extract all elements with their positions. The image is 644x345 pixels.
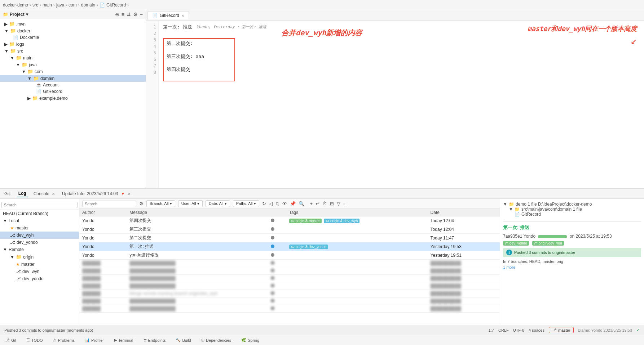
tree-item-main[interactable]: ▼ 📁 main: [0, 54, 146, 61]
branch-indicator[interactable]: ⎇ master: [549, 327, 574, 333]
git-tree-dev-wyh[interactable]: ⎇ dev_wyh: [0, 232, 79, 239]
terminal-button[interactable]: ▶ Terminal: [112, 337, 136, 343]
breadcrumb-item[interactable]: docker-demo: [3, 3, 28, 8]
more-link[interactable]: 1 more: [503, 265, 641, 269]
git-tree-origin-dev-wyh[interactable]: ⎇ dev_wyh: [0, 268, 79, 275]
commit-row[interactable]: Yondo 第四次提交 🏷 origin & master 🏷 origin &…: [79, 216, 500, 225]
indent-indicator[interactable]: 4 spaces: [529, 328, 544, 332]
date-filter-btn[interactable]: Date: All ▾: [206, 200, 230, 207]
bottom-content: HEAD (Current Branch) ▼ Local ★ master ⎇…: [0, 199, 644, 325]
user-filter-btn[interactable]: User: All ▾: [178, 200, 203, 207]
editor-area: 📄 GitRecord ✕ 12345678 第一次: 推送 Yondo, Ye…: [146, 10, 644, 188]
git-search-input[interactable]: [1, 202, 78, 208]
problems-button[interactable]: ⚠ Problems: [51, 337, 77, 343]
tree-item-src[interactable]: ▼ 📁 src: [0, 48, 146, 54]
commit-row[interactable]: Yondo 第三次提交 Today 12:04: [79, 225, 500, 234]
endpoints-button[interactable]: ⊏ Endpoints: [141, 337, 168, 343]
breadcrumb-item[interactable]: com: [69, 3, 77, 8]
tab-git[interactable]: Git:: [3, 191, 13, 197]
editor-tab-gitrecord[interactable]: 📄 GitRecord ✕: [147, 11, 189, 19]
tab-console[interactable]: Console ✕: [32, 191, 56, 197]
minimize-icon[interactable]: −: [140, 12, 143, 17]
tree-item-account[interactable]: ☕ Account: [0, 82, 146, 88]
git-tree-origin-master[interactable]: ★ master: [0, 261, 79, 268]
pin-icon[interactable]: 📌: [290, 201, 296, 206]
folder-icon: 📁: [10, 28, 16, 33]
tree-item-java[interactable]: ▼ 📁 java: [0, 61, 146, 68]
add-icon[interactable]: ⊕: [115, 12, 119, 17]
endpoints-icon: ⊏: [144, 338, 147, 342]
position-indicator[interactable]: 1:7: [489, 328, 494, 332]
commit-search-input[interactable]: [82, 201, 136, 207]
clock-icon[interactable]: ⏱: [322, 201, 327, 206]
breadcrumb-item[interactable]: domain: [81, 3, 95, 8]
project-icon: 📁: [3, 12, 8, 17]
dependencies-button[interactable]: ⊞ Dependencies: [199, 337, 233, 343]
git-tree-local[interactable]: ▼ Local: [0, 217, 79, 224]
tree-item-logs[interactable]: ▶ 📁 logs: [0, 41, 146, 48]
grid-icon[interactable]: ⊞: [330, 201, 334, 206]
refresh-icon[interactable]: ↻: [262, 201, 266, 206]
code-area[interactable]: 第一次: 推送 Yondo, Yesterday · 第一次: 推送 第二次提交…: [159, 21, 644, 188]
todo-button[interactable]: ☰ TODO: [24, 337, 45, 343]
git-tree-master-local[interactable]: ★ master: [0, 224, 79, 232]
git-tree-origin[interactable]: ▼ 📁 origin: [0, 253, 79, 261]
branch-filter-btn[interactable]: Branch: All ▾: [146, 200, 175, 207]
dropdown-icon[interactable]: ▾: [26, 12, 28, 17]
paths-filter-btn[interactable]: Paths: All ▾: [233, 200, 259, 207]
breadcrumb-item[interactable]: java: [56, 3, 64, 8]
tab-close-button[interactable]: ✕: [181, 14, 184, 18]
git-tree-origin-dev-yondo[interactable]: ⎇ dev_yondo: [0, 275, 79, 282]
breadcrumb-item[interactable]: src: [32, 3, 38, 8]
tree-item-domain[interactable]: ▼ 📁 domain: [0, 75, 146, 82]
bottom-tabs: Git: Log Console ✕ Update Info: 2023/5/2…: [0, 189, 644, 199]
tab-log[interactable]: Log: [17, 190, 28, 197]
go-back-icon[interactable]: ◁: [269, 201, 273, 206]
undo-icon[interactable]: ↩: [316, 201, 319, 206]
tree-item-gitrecord[interactable]: 📄 GitRecord: [0, 88, 146, 95]
git-button[interactable]: ⎇ Git: [3, 337, 18, 343]
tab-update-info[interactable]: Update Info: 2023/5/26 14:03 ▼ ✕: [61, 191, 132, 197]
update-info-close[interactable]: ✕: [128, 192, 131, 196]
plus-icon[interactable]: +: [310, 201, 313, 206]
status-message: Pushed 3 commits to origin/master (momen…: [4, 328, 93, 332]
commit-row[interactable]: Yondo yondo进行修改 Yesterday 19:51: [79, 251, 500, 260]
remote-label: Remote: [9, 247, 24, 252]
commit-row-blurred: ███████████████████████████████: [79, 275, 500, 282]
settings-icon[interactable]: ⚙: [133, 12, 138, 17]
collapse-icon[interactable]: ⇊: [127, 12, 131, 17]
bottom-panel: Git: Log Console ✕ Update Info: 2023/5/2…: [0, 188, 644, 325]
spring-button[interactable]: 🌿 Spring: [239, 337, 261, 343]
tree-item-dockerfile[interactable]: 📄 Dockerfile: [0, 34, 146, 41]
line-ending-indicator[interactable]: CRLF: [498, 328, 509, 332]
profiler-button[interactable]: 📊 Profiler: [83, 337, 106, 343]
commit-row-selected[interactable]: Yondo 第一次: 推送 🏷 origin & dev_yondo Yeste…: [79, 242, 500, 251]
breadcrumb-item[interactable]: GitRecord: [106, 3, 126, 8]
git-tree-remote[interactable]: ▼ Remote: [0, 246, 79, 253]
search-icon[interactable]: 🔍: [299, 201, 304, 206]
list-icon[interactable]: ≡: [122, 12, 124, 17]
settings-icon[interactable]: ⚙: [139, 201, 144, 206]
console-close[interactable]: ✕: [52, 192, 55, 196]
tab-bar: 📄 GitRecord ✕: [146, 10, 644, 21]
share-icon[interactable]: ⊏: [343, 201, 347, 206]
commit-row[interactable]: Yondo 第二次提交 Today 11:47: [79, 234, 500, 242]
filter-icon[interactable]: ▽: [337, 201, 340, 206]
git-tree-dev-yondo[interactable]: ⎇ dev_yondo: [0, 239, 79, 246]
tree-item-example[interactable]: ▶ 📁 example.demo: [0, 95, 146, 102]
build-button[interactable]: 🔨 Build: [173, 337, 193, 343]
breadcrumb-item[interactable]: main: [43, 3, 52, 8]
eye-icon[interactable]: 👁: [282, 201, 287, 206]
expand-icon: ▼: [4, 49, 9, 54]
tree-item-mvn[interactable]: ▶ 📁 .mvn: [0, 21, 146, 27]
sort-icon[interactable]: ⇅: [275, 201, 279, 206]
charset-indicator[interactable]: UTF-8: [513, 328, 524, 332]
graph-dot: [271, 219, 274, 222]
spring-icon: 🌿: [241, 338, 246, 342]
tree-item-docker[interactable]: ▼ 📁 docker: [0, 27, 146, 34]
sidebar-title: 📁 Project ▾: [3, 12, 28, 17]
git-tree-head[interactable]: HEAD (Current Branch): [0, 210, 79, 217]
tree-item-com[interactable]: ▼ 📁 com: [0, 68, 146, 75]
branch-tag: 🏷 origin & master: [289, 219, 322, 223]
commit-title: 第一次: 推送: [503, 224, 641, 231]
